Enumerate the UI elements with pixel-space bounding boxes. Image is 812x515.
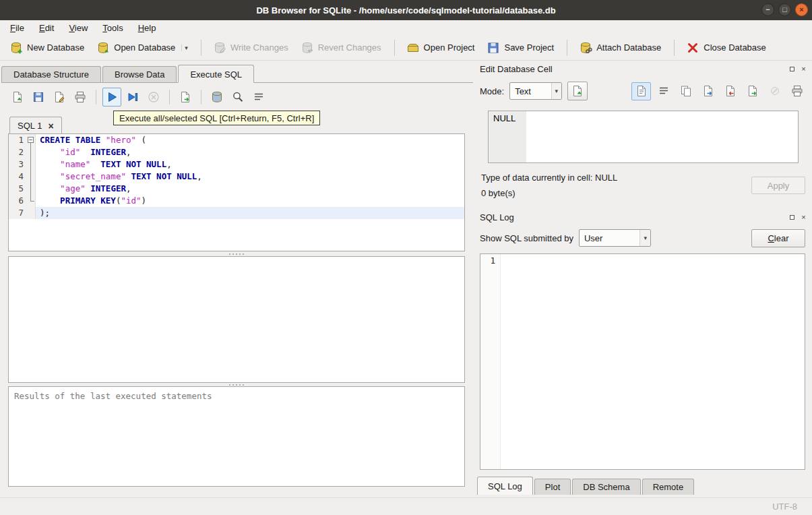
create-view-button[interactable] (208, 88, 226, 107)
app: { "titlebar": { "title": "DB Browser for… (0, 0, 812, 515)
format-sql-icon (252, 90, 266, 104)
open-database-dropdown-icon[interactable]: ▾ (181, 44, 188, 51)
menu-view[interactable]: View (61, 22, 95, 34)
menubar: FileEditViewToolsHelp (0, 20, 812, 35)
import-cell-data-button[interactable] (720, 82, 740, 100)
chevron-down-icon: ▾ (551, 83, 562, 99)
chevron-down-icon: ▾ (639, 230, 650, 246)
write-changes-icon (213, 41, 226, 55)
create-view-icon (210, 90, 224, 104)
close-panel-icon[interactable]: × (799, 65, 808, 73)
titlebar: DB Browser for SQLite - /home/user/code/… (0, 0, 812, 20)
line-number: 2 (9, 146, 26, 158)
toolbar-button-label: New Database (27, 42, 84, 53)
print-sql-button[interactable] (71, 88, 90, 107)
fold-marker (26, 158, 36, 171)
open-sql-file-button[interactable] (8, 88, 27, 107)
menu-tools[interactable]: Tools (95, 22, 130, 34)
code-text: "secret_name" TEXT NOT NULL, (36, 171, 464, 183)
cell-type-info: Type of data currently in cell: NULL (481, 173, 617, 183)
fold-marker (26, 195, 36, 207)
execute-all-button[interactable] (102, 88, 121, 107)
menu-file[interactable]: File (3, 22, 32, 34)
toolbar-button-label: Close Database (704, 42, 766, 53)
results-placeholder: Results of the last executed statements (14, 391, 212, 401)
code-line-3: 3 "name" TEXT NOT NULL, (9, 158, 464, 171)
results-message-pane[interactable]: Results of the last executed statements (8, 386, 465, 487)
word-wrap-button[interactable] (654, 82, 673, 100)
close-sql-tab-icon[interactable]: × (48, 121, 53, 131)
sql-log-filter-row: Show SQL submitted by User ▾ Clear (480, 228, 805, 248)
save-project-button[interactable]: Save Project (481, 38, 559, 58)
minimize-button[interactable]: − (761, 3, 774, 16)
close-database-button[interactable]: Close Database (681, 38, 772, 58)
sql-toolbar (8, 86, 268, 108)
code-text: CREATE TABLE "hero" ( (36, 134, 464, 146)
left-pane: Database StructureBrowse DataExecute SQL… (0, 61, 473, 497)
main-tabbar: Database StructureBrowse DataExecute SQL (1, 65, 473, 83)
close-button[interactable]: × (795, 3, 808, 16)
log-line-number: 1 (480, 254, 501, 469)
cell-mode-select[interactable]: Text ▾ (509, 82, 562, 100)
fold-marker (26, 171, 36, 183)
find-replace-button[interactable] (228, 88, 247, 107)
sql-log-filter-select[interactable]: User ▾ (579, 229, 651, 247)
dock-tab-db-schema[interactable]: DB Schema (572, 479, 640, 495)
close-panel-icon[interactable]: × (799, 213, 808, 222)
code-line-1: 1−CREATE TABLE "hero" ( (9, 134, 464, 146)
sql-editor[interactable]: 1−CREATE TABLE "hero" (2 "id" INTEGER,3 … (8, 133, 465, 251)
copy-cell-button[interactable] (676, 82, 695, 100)
tab-execute-sql[interactable]: Execute SQL (178, 65, 254, 83)
open-database-button[interactable]: Open Database▾ (91, 38, 193, 58)
cell-editor-area[interactable]: NULL (488, 111, 799, 163)
encoding-indicator[interactable]: UTF-8 (772, 502, 797, 512)
maximize-button[interactable]: □ (778, 3, 791, 16)
save-sql-as-icon (53, 90, 66, 104)
toolbar-separator (567, 40, 567, 56)
float-panel-icon[interactable] (788, 65, 797, 73)
edit-cell-header: Edit Database Cell × (480, 62, 808, 75)
set-null-button (765, 82, 784, 100)
toolbar-button-label: Save Project (504, 42, 554, 53)
menu-help[interactable]: Help (131, 22, 164, 34)
save-project-icon (487, 41, 500, 55)
sql-log-area[interactable]: 1 (480, 253, 805, 470)
save-results-icon (179, 90, 192, 104)
sql-editor-tab[interactable]: SQL 1 × (9, 117, 62, 134)
sql-log-title: SQL Log (480, 212, 785, 222)
format-sql-button[interactable] (249, 88, 268, 107)
save-sql-as-button[interactable] (50, 88, 69, 107)
save-results-button[interactable] (176, 88, 195, 107)
edit-cell-title: Edit Database Cell (480, 64, 785, 74)
execute-tooltip: Execute all/selected SQL [Ctrl+Return, F… (113, 111, 320, 125)
tab-database-structure[interactable]: Database Structure (1, 66, 101, 82)
cell-size-info: 0 byte(s) (481, 188, 516, 198)
results-grid-pane[interactable] (8, 256, 465, 383)
execute-current-line-button[interactable] (123, 88, 142, 107)
new-database-button[interactable]: New Database (4, 38, 90, 58)
attach-database-button[interactable]: Attach Database (573, 38, 666, 58)
dock-tabbar: SQL LogPlotDB SchemaRemote (477, 477, 695, 495)
toolbar-button-label: Attach Database (596, 42, 661, 53)
export-cell-data-button[interactable] (743, 82, 762, 100)
save-sql-file-button[interactable] (29, 88, 48, 107)
toolbar-button-label: Revert Changes (318, 42, 381, 53)
mode-label: Mode: (480, 86, 504, 96)
toolbar-button-label: Write Changes (230, 42, 288, 53)
dock-tab-plot[interactable]: Plot (534, 479, 571, 495)
code-text: "name" TEXT NOT NULL, (36, 158, 464, 171)
clear-log-button[interactable]: Clear (751, 229, 805, 247)
fold-marker[interactable]: − (26, 134, 36, 146)
dock-tab-remote[interactable]: Remote (642, 479, 695, 495)
print-cell-button[interactable] (787, 82, 807, 100)
sql-log-filter-value: User (584, 233, 634, 243)
menu-edit[interactable]: Edit (32, 22, 61, 34)
text-mode-button[interactable] (631, 82, 651, 100)
import-data-button[interactable] (567, 82, 588, 100)
float-panel-icon[interactable] (788, 213, 797, 222)
tab-browse-data[interactable]: Browse Data (102, 66, 177, 82)
open-project-button[interactable]: Open Project (401, 38, 480, 58)
attach-database-icon (579, 41, 592, 55)
open-file-in-cell-button[interactable] (698, 82, 718, 100)
dock-tab-sql-log[interactable]: SQL Log (477, 477, 533, 495)
